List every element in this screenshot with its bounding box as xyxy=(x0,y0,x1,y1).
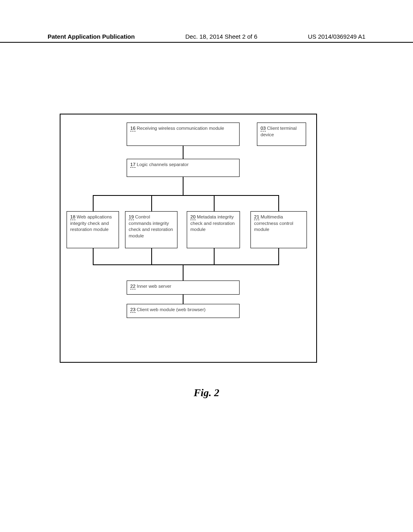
diagram-container: 03 Client terminal device 16 Receiving w… xyxy=(60,114,317,363)
box-inner-web-server: 22 Inner web server xyxy=(127,281,240,295)
connector-down-19 xyxy=(151,195,152,211)
ref-21: 21 xyxy=(254,214,259,220)
header-center: Dec. 18, 2014 Sheet 2 of 6 xyxy=(186,33,257,40)
connector-horizontal-split xyxy=(93,195,279,196)
text-16: Receiving wireless communication module xyxy=(136,126,224,131)
ref-03: 03 xyxy=(261,126,266,131)
ref-18: 18 xyxy=(70,214,75,220)
header-left: Patent Application Publication xyxy=(48,33,135,40)
box-metadata: 20 Metadata integrity check and restorat… xyxy=(187,211,240,248)
header-rule xyxy=(0,42,413,43)
connector-down-20 xyxy=(214,195,215,211)
connector-21-down xyxy=(278,248,279,264)
connector-17-down xyxy=(183,177,184,195)
header-right: US 2014/0369249 A1 xyxy=(308,33,365,40)
ref-16: 16 xyxy=(130,126,136,131)
text-22: Inner web server xyxy=(136,284,171,289)
ref-19: 19 xyxy=(129,214,134,220)
connector-down-21 xyxy=(278,195,279,211)
ref-17: 17 xyxy=(130,162,136,168)
box-receiving-wireless: 16 Receiving wireless communication modu… xyxy=(127,123,240,146)
text-20: Metadata integrity check and restoration… xyxy=(190,214,235,232)
ref-20: 20 xyxy=(190,214,196,220)
connector-19-down xyxy=(151,248,152,264)
connector-20-down xyxy=(214,248,215,264)
text-21: Multimedia correctness control module xyxy=(254,214,293,232)
box-control-commands: 19 Control commands integrity check and … xyxy=(125,211,177,248)
connector-horizontal-merge xyxy=(93,264,279,265)
box-client-web-module: 23 Client web module (web browser) xyxy=(127,304,240,318)
connector-16-17 xyxy=(183,146,184,159)
box-client-terminal: 03 Client terminal device xyxy=(257,123,306,146)
text-23: Client web module (web browser) xyxy=(136,307,206,312)
ref-23: 23 xyxy=(130,307,136,313)
figure-caption: Fig. 2 xyxy=(0,387,413,399)
box-web-apps: 18 Web applications integrity check and … xyxy=(67,211,119,248)
connector-merge-down xyxy=(183,264,184,281)
connector-18-down xyxy=(93,248,94,264)
text-03: Client terminal device xyxy=(261,126,297,137)
text-18: Web applications integrity check and res… xyxy=(70,214,112,232)
ref-22: 22 xyxy=(130,284,136,289)
text-17: Logic channels separator xyxy=(136,162,189,167)
connector-22-23 xyxy=(183,295,184,304)
text-19: Control commands integrity check and res… xyxy=(129,214,173,238)
box-multimedia: 21 Multimedia correctness control module xyxy=(250,211,307,248)
box-logic-channels: 17 Logic channels separator xyxy=(127,159,240,177)
connector-down-18 xyxy=(93,195,94,211)
page-header: Patent Application Publication Dec. 18, … xyxy=(0,33,413,40)
